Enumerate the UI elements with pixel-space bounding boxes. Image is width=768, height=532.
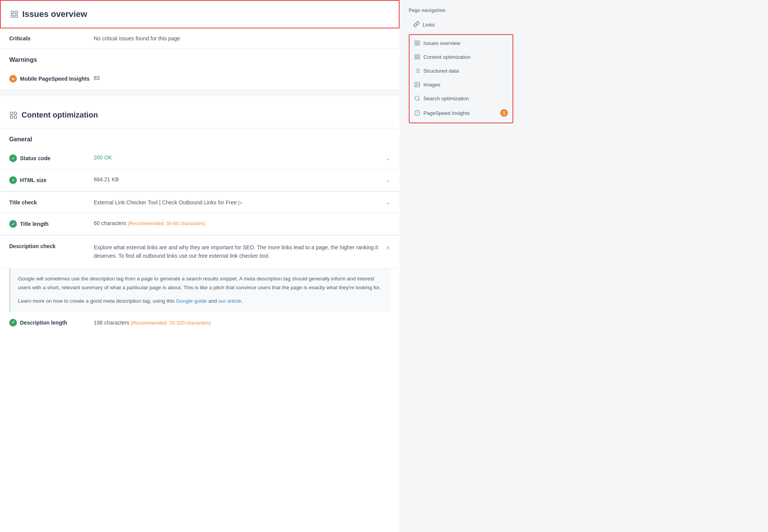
html-size-chevron[interactable]: ⌄ (385, 176, 390, 184)
title-length-recommended: (Recommended: 35-65 characters) (128, 220, 206, 226)
sidebar: Page navigation Links (400, 0, 523, 532)
pagespeed-nav-label: PageSpeed Insights (423, 110, 470, 116)
content-optimization-nav-label: Content optimization (423, 54, 471, 60)
sidebar-item-content-optimization[interactable]: Content optimization (410, 50, 513, 63)
criticals-value: No critical issues found for this page (94, 35, 180, 41)
svg-rect-5 (14, 112, 17, 114)
svg-rect-14 (415, 57, 417, 59)
svg-rect-10 (415, 43, 417, 45)
images-nav-label: Images (423, 82, 440, 88)
content-optimization-section: Content optimization General ✓ Status co… (0, 102, 400, 333)
status-code-label: ✓ Status code (9, 154, 94, 162)
nav-box: Issues overview Content optimization (409, 34, 513, 123)
search-optimization-nav-icon (414, 95, 420, 101)
google-guide-link[interactable]: Google guide (176, 298, 207, 304)
warning-item-label: ● Mobile PageSpeed Insights (9, 75, 94, 83)
links-label: Links (423, 22, 435, 28)
content-optimization-nav-icon (414, 54, 420, 60)
sidebar-item-pagespeed-insights[interactable]: PageSpeed Insights 1 (410, 106, 513, 120)
structured-data-nav-label: Structured data (423, 68, 459, 74)
description-expanded-p2: Learn more on how to create a good meta … (18, 297, 383, 306)
issues-overview-heading: Issues overview (22, 9, 87, 19)
sidebar-item-issues-overview[interactable]: Issues overview (410, 36, 513, 50)
svg-rect-2 (11, 15, 13, 17)
title-length-label: ✓ Title length (9, 220, 94, 228)
description-expanded: Google will sometimes use the descriptio… (9, 268, 390, 312)
section-gap-1 (0, 90, 400, 96)
warnings-section: Warnings ● Mobile PageSpeed Insights 83 (0, 49, 400, 90)
warn-icon: ● (9, 75, 17, 83)
our-article-link[interactable]: our article (219, 298, 241, 304)
html-size-label: ✓ HTML size (9, 176, 94, 184)
svg-rect-6 (10, 116, 13, 118)
warning-item-value: 83 (94, 75, 390, 81)
title-check-value: External Link Checker Tool | Check Outbo… (94, 199, 385, 206)
criticals-label: Criticals (9, 35, 94, 41)
title-length-ok-icon: ✓ (9, 220, 17, 228)
issues-overview-section-header: Issues overview (0, 0, 400, 28)
sidebar-item-structured-data[interactable]: Structured data (410, 64, 513, 77)
structured-data-nav-icon (414, 68, 420, 74)
svg-rect-3 (15, 15, 17, 17)
general-label: General (0, 128, 400, 148)
sidebar-item-search-optimization[interactable]: Search optimization (410, 92, 513, 105)
svg-line-25 (418, 99, 420, 101)
sidebar-item-links[interactable]: Links (409, 18, 513, 32)
search-optimization-nav-label: Search optimization (423, 96, 469, 101)
status-code-value: 200 OK (94, 154, 385, 161)
description-expanded-p1: Google will sometimes use the descriptio… (18, 275, 383, 292)
title-check-label: Title check (9, 199, 94, 206)
status-ok-icon: ✓ (9, 154, 17, 162)
title-check-chevron[interactable]: ⌄ (385, 199, 390, 206)
issues-overview-icon (10, 10, 18, 18)
issues-overview-nav-label: Issues overview (423, 40, 460, 46)
images-nav-icon (414, 81, 420, 88)
criticals-row: Criticals No critical issues found for t… (0, 28, 400, 49)
warning-row-mobile-pagespeed: ● Mobile PageSpeed Insights 83 (0, 68, 400, 90)
description-length-row: ✓ Description length 198 characters (Rec… (0, 312, 400, 333)
pagespeed-nav-icon (414, 110, 420, 116)
content-optimization-header: Content optimization (0, 102, 400, 128)
pagespeed-badge: 1 (500, 109, 508, 117)
svg-rect-13 (418, 55, 420, 56)
status-code-chevron[interactable]: ⌄ (385, 154, 390, 162)
sidebar-item-images[interactable]: Images (410, 78, 513, 91)
content-optimization-icon (9, 111, 18, 119)
svg-rect-15 (418, 57, 420, 59)
html-size-ok-icon: ✓ (9, 176, 17, 184)
svg-rect-8 (415, 41, 417, 43)
title-check-header-row[interactable]: Title check External Link Checker Tool |… (0, 192, 400, 213)
title-length-value: 60 characters (Recommended: 35-65 charac… (94, 220, 390, 226)
issues-overview-nav-icon (414, 40, 420, 46)
svg-point-24 (415, 96, 419, 100)
status-code-row[interactable]: ✓ Status code 200 OK ⌄ (0, 148, 400, 169)
description-check-value: Explore what external links are and why … (94, 243, 381, 260)
svg-rect-4 (10, 112, 13, 114)
description-length-value: 198 characters (Recommended: 70-320 char… (94, 320, 390, 326)
description-length-label: ✓ Description length (9, 319, 94, 326)
description-length-recommended: (Recommended: 70-320 characters) (131, 320, 211, 326)
html-size-value: 684.21 KB (94, 176, 385, 182)
description-check-label: Description check (9, 243, 94, 249)
title-length-row: ✓ Title length 60 characters (Recommende… (0, 213, 400, 235)
page-navigation-label: Page navigation (409, 8, 513, 13)
description-length-ok-icon: ✓ (9, 319, 17, 326)
svg-rect-12 (415, 55, 417, 56)
description-check-chevron[interactable]: ∧ (386, 244, 390, 251)
description-check-row[interactable]: Description check Explore what external … (0, 235, 400, 268)
svg-rect-7 (14, 116, 17, 118)
svg-rect-9 (418, 41, 420, 43)
content-optimization-heading: Content optimization (22, 111, 98, 119)
svg-rect-0 (11, 11, 13, 13)
warnings-label: Warnings (0, 49, 400, 68)
html-size-row[interactable]: ✓ HTML size 684.21 KB ⌄ (0, 169, 400, 191)
svg-rect-11 (418, 43, 420, 45)
svg-point-23 (416, 83, 417, 84)
svg-rect-1 (15, 11, 17, 13)
link-icon (413, 21, 420, 28)
